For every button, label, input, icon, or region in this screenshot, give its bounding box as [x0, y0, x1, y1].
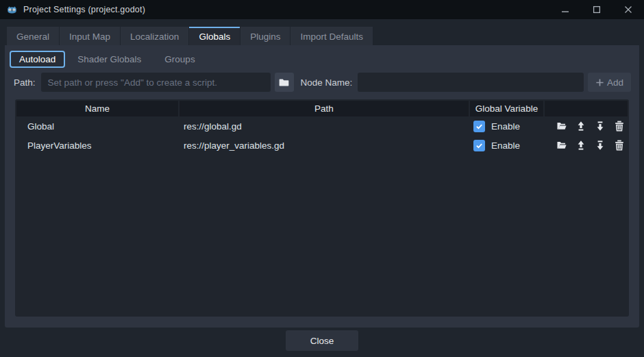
tab-general[interactable]: General [7, 27, 59, 45]
autoload-name: PlayerVariables [27, 140, 92, 151]
path-label: Path: [14, 77, 36, 88]
node-name-input[interactable] [358, 73, 584, 92]
enable-checkbox[interactable] [473, 121, 485, 132]
tab-input-map[interactable]: Input Map [60, 27, 120, 45]
dialog-body: General Input Map Localization Globals P… [0, 19, 644, 357]
move-up-icon[interactable] [575, 140, 586, 151]
autoload-path: res://global.gd [184, 121, 242, 132]
check-icon [475, 123, 483, 130]
header-global-variable: Global Variable [470, 101, 543, 116]
window-title: Project Settings (project.godot) [23, 5, 145, 14]
tab-import-defaults[interactable]: Import Defaults [290, 27, 373, 45]
titlebar: Project Settings (project.godot) [0, 0, 644, 19]
autoload-table: Name Path Global Variable Global res://g… [15, 99, 629, 317]
header-name: Name [16, 101, 178, 116]
subtab-groups[interactable]: Groups [153, 50, 206, 69]
dialog-footer: Close [0, 328, 644, 357]
plus-icon [595, 78, 604, 87]
enable-label: Enable [491, 121, 520, 132]
tab-localization[interactable]: Localization [121, 27, 188, 45]
globals-subtabs: Autoload Shader Globals Groups [5, 45, 639, 71]
subtab-autoload[interactable]: Autoload [10, 51, 65, 68]
globals-panel: Autoload Shader Globals Groups Path: Nod… [5, 45, 639, 328]
godot-icon [6, 4, 18, 16]
minimize-icon[interactable] [549, 0, 581, 19]
subtab-shader-globals[interactable]: Shader Globals [66, 50, 152, 69]
autoload-path: res://player_variables.gd [184, 140, 284, 151]
path-input[interactable] [41, 73, 271, 92]
maximize-icon[interactable] [581, 0, 612, 19]
delete-icon[interactable] [614, 140, 625, 151]
enable-label: Enable [491, 140, 520, 151]
enable-checkbox[interactable] [473, 140, 485, 151]
delete-icon[interactable] [614, 121, 625, 132]
open-folder-icon[interactable] [556, 121, 567, 132]
folder-icon [279, 77, 289, 88]
check-icon [475, 142, 483, 149]
browse-path-button[interactable] [275, 73, 294, 92]
node-name-label: Node Name: [301, 77, 353, 88]
autoload-toolbar: Path: Node Name: Add [5, 73, 639, 92]
table-row[interactable]: Global res://global.gd Enable [15, 116, 629, 136]
move-up-icon[interactable] [575, 121, 586, 132]
close-icon[interactable] [612, 0, 644, 19]
open-folder-icon[interactable] [556, 140, 567, 151]
table-header: Name Path Global Variable [15, 99, 629, 116]
header-path: Path [179, 101, 469, 116]
add-button-label: Add [607, 77, 623, 88]
move-down-icon[interactable] [595, 140, 606, 151]
tab-globals[interactable]: Globals [189, 27, 240, 45]
autoload-name: Global [27, 121, 54, 132]
add-button[interactable]: Add [588, 73, 631, 92]
close-button[interactable]: Close [286, 330, 358, 351]
main-tabs: General Input Map Localization Globals P… [0, 19, 644, 45]
project-settings-window: Project Settings (project.godot) General… [0, 0, 644, 357]
move-down-icon[interactable] [595, 121, 606, 132]
header-actions [545, 101, 628, 116]
tab-plugins[interactable]: Plugins [240, 27, 290, 45]
table-row[interactable]: PlayerVariables res://player_variables.g… [15, 136, 629, 155]
window-controls [549, 0, 644, 19]
